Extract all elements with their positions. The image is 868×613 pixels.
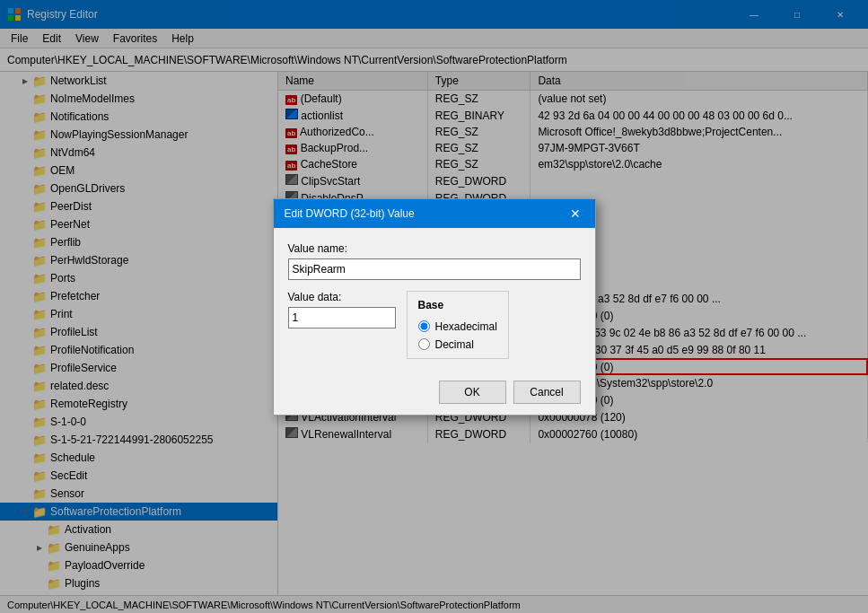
base-group: Base Hexadecimal Decimal <box>407 291 509 359</box>
dec-radio-label[interactable]: Decimal <box>418 338 497 351</box>
value-data-label: Value data: <box>288 291 396 303</box>
dialog-close-btn[interactable]: ✕ <box>566 205 584 223</box>
cancel-button[interactable]: Cancel <box>513 381 581 404</box>
base-label: Base <box>418 299 497 311</box>
hex-radio-label[interactable]: Hexadecimal <box>418 320 497 333</box>
value-name-label: Value name: <box>288 242 581 255</box>
dec-radio[interactable] <box>418 338 430 350</box>
value-data-input[interactable] <box>288 307 396 328</box>
value-name-input[interactable] <box>288 258 581 280</box>
hex-radio[interactable] <box>418 320 430 332</box>
hex-label: Hexadecimal <box>435 320 497 333</box>
edit-dword-dialog: Edit DWORD (32-bit) Value ✕ Value name: … <box>273 198 596 416</box>
dialog-title: Edit DWORD (32-bit) Value <box>285 207 415 220</box>
dialog-body: Value name: Value data: Base Hexadecimal <box>274 228 595 373</box>
dec-label: Decimal <box>435 338 474 351</box>
dialog-row: Value data: Base Hexadecimal Decimal <box>288 291 581 359</box>
ok-button[interactable]: OK <box>439 381 506 404</box>
modal-overlay: Edit DWORD (32-bit) Value ✕ Value name: … <box>0 0 868 613</box>
value-data-group: Value data: <box>288 291 396 328</box>
dialog-title-bar: Edit DWORD (32-bit) Value ✕ <box>274 199 595 228</box>
dialog-buttons: OK Cancel <box>274 373 595 415</box>
